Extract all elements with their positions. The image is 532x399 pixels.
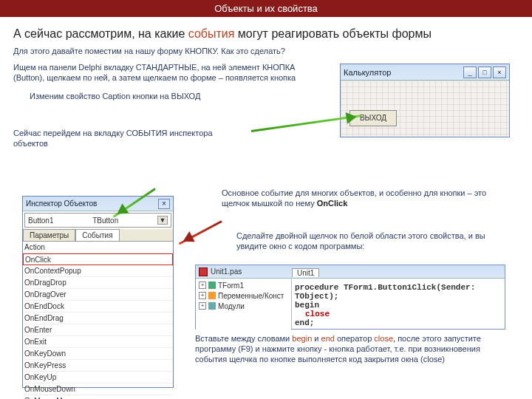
paragraph-steps: Ищем на панели Delphi вкладку СТАНДАРТНЫ… bbox=[13, 63, 297, 83]
code-structure-tree[interactable]: +TForm1 +Переменные/Конст +Модули bbox=[196, 279, 292, 330]
paragraph-dblclick: Сделайте двойной щелчок по белой области… bbox=[236, 231, 510, 252]
expand-icon[interactable]: + bbox=[199, 302, 206, 310]
event-row[interactable]: OnMouseMove bbox=[23, 395, 173, 399]
event-row[interactable]: OnEndDock bbox=[23, 301, 173, 313]
calculator-title: Калькулятор bbox=[344, 68, 391, 77]
slide-header: Объекты и их свойства bbox=[0, 0, 532, 17]
close-button[interactable]: × bbox=[158, 199, 170, 209]
arrow-icon bbox=[179, 220, 222, 245]
tab-events[interactable]: События bbox=[75, 229, 119, 241]
object-inspector: Инспектор Объектов × Button1 TButton ▼ П… bbox=[22, 196, 174, 388]
class-icon bbox=[208, 282, 216, 289]
code-tab[interactable]: Unit1 bbox=[292, 268, 319, 277]
code-editor-window: Unit1.pas +TForm1 +Переменные/Конст +Мод… bbox=[195, 265, 505, 330]
event-row[interactable]: OnKeyPress bbox=[23, 360, 173, 372]
code-titlebar: Unit1.pas bbox=[196, 265, 505, 279]
event-row[interactable]: Action bbox=[23, 242, 173, 253]
slide-title: А сейчас рассмотрим, на какие события мо… bbox=[13, 27, 519, 41]
event-row[interactable]: OnContextPopup bbox=[23, 265, 173, 277]
folder-icon bbox=[208, 292, 216, 299]
event-row-selected[interactable]: OnClick bbox=[23, 253, 173, 265]
event-row[interactable]: OnKeyDown bbox=[23, 348, 173, 360]
event-row[interactable]: OnExit bbox=[23, 336, 173, 348]
maximize-button[interactable]: □ bbox=[478, 66, 491, 78]
folder-icon bbox=[208, 302, 216, 310]
close-button[interactable]: × bbox=[493, 66, 506, 78]
inspector-titlebar: Инспектор Объектов × bbox=[23, 197, 173, 211]
minimize-button[interactable]: _ bbox=[463, 66, 477, 78]
paragraph-intro: Для этого давайте поместим на нашу форму… bbox=[13, 47, 297, 57]
inspector-object-select[interactable]: Button1 TButton ▼ bbox=[24, 213, 171, 228]
event-row[interactable]: OnKeyUp bbox=[23, 372, 173, 383]
file-icon bbox=[199, 267, 208, 276]
paragraph-events: Сейчас перейдем на вкладку СОБЫТИЯ инспе… bbox=[13, 129, 235, 149]
paragraph-caption: Изменим свойство Caption кнопки на ВЫХОД bbox=[30, 92, 297, 102]
chevron-down-icon[interactable]: ▼ bbox=[157, 216, 168, 225]
tab-properties[interactable]: Параметры bbox=[23, 229, 75, 241]
expand-icon[interactable]: + bbox=[199, 282, 206, 289]
paragraph-onclick: Основное событие для многих объектов, и … bbox=[222, 188, 502, 209]
event-row[interactable]: OnDragOver bbox=[23, 289, 173, 301]
paragraph-final: Вставьте между словами begin и end опера… bbox=[195, 334, 513, 364]
calculator-titlebar: Калькулятор _ □ × bbox=[341, 64, 509, 81]
calculator-window: Калькулятор _ □ × ВЫХОД bbox=[340, 64, 510, 137]
calculator-form-area[interactable]: ВЫХОД bbox=[341, 81, 509, 137]
inspector-event-list: Action OnClick OnContextPopup OnDragDrop… bbox=[23, 242, 173, 399]
event-row[interactable]: OnDragDrop bbox=[23, 277, 173, 289]
event-row[interactable]: OnEnter bbox=[23, 324, 173, 336]
event-row[interactable]: OnEndDrag bbox=[23, 313, 173, 324]
expand-icon[interactable]: + bbox=[199, 292, 206, 299]
code-area[interactable]: Unit1 procedure TForm1.Button1Click(Send… bbox=[292, 279, 505, 330]
event-row[interactable]: OnMouseDown bbox=[23, 383, 173, 395]
